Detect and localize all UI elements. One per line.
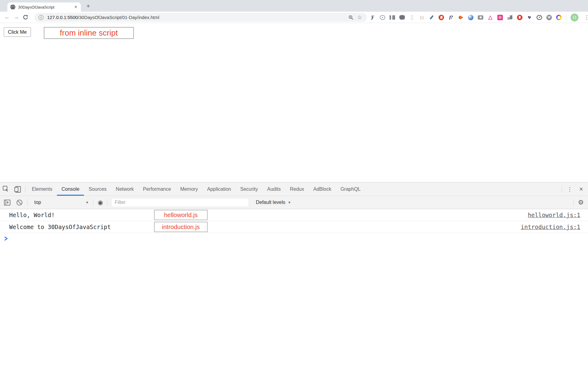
separator bbox=[93, 199, 93, 206]
url-host: 127.0.0.1:5500 bbox=[47, 15, 78, 20]
blue-sphere-extension-icon[interactable] bbox=[468, 15, 473, 20]
devtools-tab-graphql[interactable]: GraphQL bbox=[336, 182, 365, 196]
pause-extension-icon[interactable] bbox=[390, 15, 395, 20]
devtools-tab-application[interactable]: Application bbox=[202, 182, 236, 196]
page-content: Click Me from inline script bbox=[0, 23, 588, 182]
devtools-tab-memory[interactable]: Memory bbox=[175, 182, 202, 196]
console-message: Hello, World! bbox=[0, 212, 55, 218]
toolbar-separator bbox=[566, 14, 566, 21]
address-bar[interactable]: i 127.0.0.1:5500/30DaysOfJavaScript/01-D… bbox=[34, 13, 367, 22]
console-filter-input[interactable] bbox=[111, 198, 249, 207]
console-messages: Hello, World! helloworld.js helloworld.j… bbox=[0, 209, 588, 241]
fontawesome-extension-icon[interactable]: Ƒ bbox=[370, 15, 375, 20]
devtools-tab-elements[interactable]: Elements bbox=[27, 182, 57, 196]
tab-title: 30DaysOfJavaScript bbox=[18, 5, 74, 10]
annotation-box: helloworld.js bbox=[154, 210, 208, 220]
site-info-icon[interactable]: i bbox=[39, 15, 43, 20]
red-badge-extension-icon[interactable] bbox=[517, 15, 522, 20]
separator bbox=[562, 186, 562, 193]
browser-menu-icon[interactable]: ⋮ bbox=[583, 14, 588, 21]
source-link[interactable]: introduction.js:1 bbox=[521, 224, 580, 230]
console-row: Hello, World! helloworld.js helloworld.j… bbox=[0, 209, 588, 221]
clear-console-icon[interactable] bbox=[17, 200, 22, 205]
dot-grid-extension-icon[interactable]: ⣿ bbox=[409, 15, 415, 20]
stop-hand-extension-icon[interactable] bbox=[439, 15, 444, 20]
separator bbox=[25, 186, 25, 193]
console-row: Welcome to 30DaysOfJavaScript introducti… bbox=[0, 221, 588, 233]
context-selector[interactable]: top ▼ bbox=[34, 200, 89, 205]
devtools-tab-bar: Elements Console Sources Network Perform… bbox=[0, 182, 588, 196]
back-icon[interactable]: ← bbox=[3, 13, 11, 21]
settings-gear-icon[interactable]: ⚙ bbox=[578, 199, 584, 206]
separator bbox=[573, 199, 574, 206]
browser-toolbar: ← → i 127.0.0.1:5500/30DaysOfJavaScript/… bbox=[0, 12, 588, 23]
devtools-tab-network[interactable]: Network bbox=[111, 182, 138, 196]
heart-search-extension-icon[interactable]: ♥ bbox=[527, 15, 532, 20]
url-path: /30DaysOfJavaScript/01-Day/index.html bbox=[78, 15, 159, 20]
inline-script-box: from inline script bbox=[44, 27, 134, 39]
tab-strip: 30DaysOfJavaScript × + bbox=[0, 0, 588, 12]
devtools-menu-icon[interactable]: ⋮ bbox=[566, 186, 574, 193]
browser-tab[interactable]: 30DaysOfJavaScript × bbox=[7, 2, 81, 12]
chevron-down-icon: ▼ bbox=[288, 201, 291, 204]
pink-triangle-extension-icon[interactable]: △ bbox=[488, 15, 493, 20]
console-sidebar-toggle-icon[interactable] bbox=[4, 200, 10, 205]
color-ring-extension-icon[interactable] bbox=[556, 15, 562, 20]
device-toolbar-icon[interactable] bbox=[12, 182, 23, 196]
atom-extension-icon[interactable] bbox=[380, 15, 385, 20]
devtools-tab-console[interactable]: Console bbox=[57, 182, 84, 196]
live-expression-eye-icon[interactable]: ◉ bbox=[98, 199, 103, 206]
chevron-down-icon: ▼ bbox=[85, 201, 89, 204]
bookmark-star-icon[interactable]: ☆ bbox=[357, 14, 362, 21]
console-message: Welcome to 30DaysOfJavaScript bbox=[0, 224, 111, 230]
prompt-chevron-icon bbox=[4, 236, 8, 241]
devtools-tab-audits[interactable]: Audits bbox=[262, 182, 285, 196]
annotation-box: introduction.js bbox=[154, 222, 208, 232]
devtools-tab-sources[interactable]: Sources bbox=[84, 182, 111, 196]
url-text: 127.0.0.1:5500/30DaysOfJavaScript/01-Day… bbox=[47, 15, 344, 20]
megaphone-extension-icon[interactable] bbox=[458, 15, 464, 20]
pink-gear-extension-icon[interactable]: ⚙ bbox=[497, 15, 503, 20]
forward-icon[interactable]: → bbox=[12, 13, 20, 21]
devtools-close-icon[interactable]: × bbox=[577, 185, 585, 193]
profile-avatar[interactable]: { } bbox=[571, 13, 579, 21]
globe-favicon bbox=[10, 5, 15, 10]
parens-extension-icon[interactable]: (·) bbox=[419, 15, 424, 20]
gauge-extension-icon[interactable] bbox=[537, 15, 542, 20]
click-me-button[interactable]: Click Me bbox=[4, 27, 31, 37]
source-link[interactable]: helloworld.js:1 bbox=[528, 212, 580, 218]
tab-close-icon[interactable]: × bbox=[74, 5, 78, 10]
console-toolbar: top ▼ ◉ Default levels ▼ ⚙ bbox=[0, 196, 588, 209]
devtools-tab-security[interactable]: Security bbox=[236, 182, 262, 196]
devtools-tab-performance[interactable]: Performance bbox=[138, 182, 176, 196]
console-prompt[interactable] bbox=[0, 233, 588, 241]
context-selector-value: top bbox=[34, 200, 41, 205]
w-circle-extension-icon[interactable]: W bbox=[546, 15, 552, 20]
zoom-icon[interactable] bbox=[348, 15, 354, 20]
f-question-extension-icon[interactable]: f? bbox=[448, 15, 454, 20]
steps-extension-icon[interactable] bbox=[507, 15, 513, 20]
log-levels-dropdown[interactable]: Default levels ▼ bbox=[256, 200, 291, 205]
devtools-tab-redux[interactable]: Redux bbox=[285, 182, 309, 196]
devtools-tab-adblock[interactable]: AdBlock bbox=[309, 182, 336, 196]
new-tab-button[interactable]: + bbox=[84, 2, 92, 10]
bug-extension-icon[interactable] bbox=[399, 15, 405, 20]
extensions-row: Ƒ ⣿ (·) f? △ ⚙ ♥ W { } ⋮ bbox=[370, 12, 588, 23]
reload-icon[interactable] bbox=[21, 13, 29, 21]
devtools-panel: Elements Console Sources Network Perform… bbox=[0, 182, 588, 368]
camera-extension-icon[interactable] bbox=[478, 15, 483, 20]
separator bbox=[27, 199, 28, 206]
separator bbox=[107, 199, 107, 206]
eyedropper-extension-icon[interactable] bbox=[429, 15, 434, 20]
log-levels-label: Default levels bbox=[256, 200, 285, 205]
inspect-element-icon[interactable] bbox=[0, 182, 12, 196]
